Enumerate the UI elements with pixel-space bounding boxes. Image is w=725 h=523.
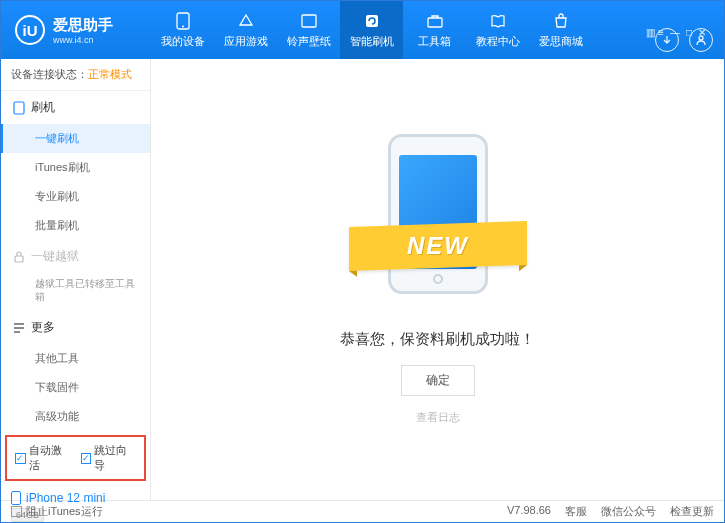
store-icon [552,12,570,30]
footer-link-update[interactable]: 检查更新 [670,504,714,519]
checkbox-block-itunes[interactable]: 阻止iTunes运行 [11,504,103,519]
jailbreak-note: 越狱工具已转移至工具箱 [1,273,150,311]
flash-icon [363,12,381,30]
svg-rect-2 [302,15,316,27]
toolbox-icon [426,12,444,30]
nav-tutorials[interactable]: 教程中心 [466,1,529,59]
section-title: 更多 [31,319,55,336]
ok-button[interactable]: 确定 [401,365,475,396]
nav-label: 我的设备 [161,34,205,49]
new-banner-text: NEW [407,232,469,260]
book-icon [489,12,507,30]
phone-icon [13,101,25,115]
sidebar-section-flash[interactable]: 刷机 [1,91,150,124]
svg-rect-4 [428,18,442,27]
main-content: NEW 恭喜您，保资料刷机成功啦！ 确定 查看日志 [151,59,724,500]
nav-label: 铃声壁纸 [287,34,331,49]
sidebar-item-itunes[interactable]: iTunes刷机 [1,153,150,182]
view-log-link[interactable]: 查看日志 [416,410,460,425]
sidebar-section-jailbreak[interactable]: 一键越狱 [1,240,150,273]
sidebar-section-more[interactable]: 更多 [1,311,150,344]
nav-label: 工具箱 [418,34,451,49]
nav-my-device[interactable]: 我的设备 [151,1,214,59]
svg-rect-8 [12,492,21,505]
list-icon [13,323,25,333]
sidebar: 设备连接状态：正常模式 刷机 一键刷机 iTunes刷机 专业刷机 批量刷机 一… [1,59,151,500]
nav-label: 智能刷机 [350,34,394,49]
footer-link-wechat[interactable]: 微信公众号 [601,504,656,519]
conn-label: 设备连接状态： [11,68,88,80]
user-button[interactable] [689,28,713,52]
version-label: V7.98.66 [507,504,551,519]
app-url: www.i4.cn [53,35,113,45]
nav-label: 应用游戏 [224,34,268,49]
apps-icon [237,12,255,30]
logo-area: iU 爱思助手 www.i4.cn [1,15,151,45]
nav-label: 爱思商城 [539,34,583,49]
header: iU 爱思助手 www.i4.cn 我的设备 应用游戏 铃声壁纸 智能刷机 工具… [1,1,724,59]
footer-link-support[interactable]: 客服 [565,504,587,519]
svg-point-1 [182,25,184,27]
phone-body-icon [388,134,488,294]
device-name: iPhone 12 mini [11,491,140,505]
checkbox-icon: ✓ [81,453,92,464]
download-button[interactable] [655,28,679,52]
footer-right: V7.98.66 客服 微信公众号 检查更新 [507,504,714,519]
check-label: 自动激活 [29,443,71,473]
phone-icon [11,491,21,505]
check-label: 跳过向导 [94,443,136,473]
nav-flash[interactable]: 智能刷机 [340,1,403,59]
body: 设备连接状态：正常模式 刷机 一键刷机 iTunes刷机 专业刷机 批量刷机 一… [1,59,724,500]
lock-icon [13,251,25,263]
section-title: 刷机 [31,99,55,116]
nav-store[interactable]: 爱思商城 [529,1,592,59]
svg-rect-7 [15,256,23,262]
svg-point-5 [699,36,703,40]
phone-icon [174,12,192,30]
check-label: 阻止iTunes运行 [26,504,103,519]
sidebar-item-oneclick[interactable]: 一键刷机 [1,124,150,153]
sidebar-item-advanced[interactable]: 高级功能 [1,402,150,431]
nav-ringtones[interactable]: 铃声壁纸 [277,1,340,59]
app-name: 爱思助手 [53,16,113,35]
success-message: 恭喜您，保资料刷机成功啦！ [340,330,535,349]
main-nav: 我的设备 应用游戏 铃声壁纸 智能刷机 工具箱 教程中心 爱思商城 [151,1,646,59]
checkbox-skip-setup[interactable]: ✓跳过向导 [81,443,137,473]
logo-icon: iU [15,15,45,45]
svg-rect-3 [366,15,378,27]
sidebar-item-batch[interactable]: 批量刷机 [1,211,150,240]
section-title: 一键越狱 [31,248,79,265]
conn-mode: 正常模式 [88,68,132,80]
wallpaper-icon [300,12,318,30]
checkbox-row: ✓自动激活 ✓跳过向导 [5,435,146,481]
phone-home-icon [433,274,443,284]
checkbox-auto-activate[interactable]: ✓自动激活 [15,443,71,473]
nav-apps[interactable]: 应用游戏 [214,1,277,59]
checkbox-icon: ✓ [15,453,26,464]
sidebar-item-pro[interactable]: 专业刷机 [1,182,150,211]
sidebar-item-firmware[interactable]: 下载固件 [1,373,150,402]
phone-illustration: NEW [363,134,513,304]
nav-label: 教程中心 [476,34,520,49]
nav-toolbox[interactable]: 工具箱 [403,1,466,59]
checkbox-icon [11,506,22,517]
svg-rect-6 [14,102,24,114]
sidebar-item-othertools[interactable]: 其他工具 [1,344,150,373]
connection-status: 设备连接状态：正常模式 [1,59,150,91]
new-banner: NEW [349,221,527,271]
